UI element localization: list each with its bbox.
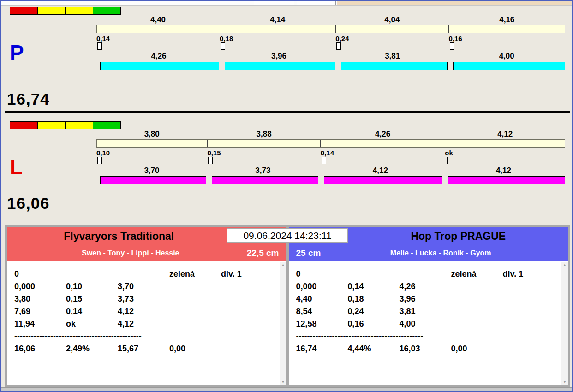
change-value: ok (445, 149, 565, 157)
team-panel-right: Hop Trop PRAGUE 25 cm Melie - Lucka - Ro… (289, 227, 568, 385)
change-marks-row (96, 157, 565, 166)
scroll-up-icon[interactable]: ▴ (564, 262, 566, 268)
split-bar (96, 139, 565, 148)
change-mark-cell (96, 42, 220, 52)
split-value: 4,12 (445, 130, 565, 139)
team-members: Melie - Lucka - Roník - Gyom (321, 249, 561, 257)
leg-value: 3,70 (96, 166, 207, 175)
split-value: 4,16 (449, 15, 565, 24)
change-value: 0,14 (96, 35, 220, 42)
scrollbar[interactable]: ▴ ▾ (280, 262, 286, 385)
leg-bar (341, 62, 448, 70)
change-mark-box-icon (97, 42, 102, 50)
leg-bar (100, 62, 219, 70)
leg-values-row: 4,26 3,96 3,81 4,00 (96, 52, 565, 61)
light-chip-yellow (37, 7, 66, 15)
table-row: 7,69 0,14 4,12 (14, 305, 286, 318)
change-values-row: 0,10 0,15 0,14 ok (96, 149, 565, 157)
split-bar-segment (220, 25, 336, 33)
team-panel-left: Flyvaryors Traditional Swen - Tony - Lip… (7, 227, 286, 385)
lane-letter: L (10, 156, 23, 178)
scroll-down-icon[interactable]: ▾ (282, 379, 284, 385)
table-row: 3,80 0,15 3,73 (14, 293, 286, 305)
light-chip-yellow (65, 121, 93, 129)
table-separator-row: ----------------------------------------… (296, 330, 568, 343)
start-value: 0 (14, 269, 66, 279)
table-row: 0,000 0,10 3,70 (14, 280, 286, 293)
change-value: 0,14 (321, 149, 445, 157)
light-chip-green (93, 7, 121, 15)
table-header-row: 0 zelená div. 1 (296, 268, 568, 280)
leg-value: 4,12 (319, 166, 442, 175)
change-values-row: 0,14 0,18 0,24 0,16 (96, 35, 565, 42)
start-value: 0 (296, 269, 348, 279)
leg-bar (100, 176, 206, 184)
leg-bar (448, 176, 565, 184)
lane-divider (5, 111, 570, 113)
jump-height-label: 25 cm (296, 248, 321, 258)
leg-value: 3,73 (207, 166, 319, 175)
title-strip-tan-area (337, 1, 572, 5)
leg-bar (212, 176, 318, 184)
window-tab[interactable] (297, 1, 336, 5)
change-mark-cell (445, 157, 565, 166)
team-subheader: Swen - Tony - Lippi - Hessie 22,5 cm (7, 245, 286, 261)
change-value: 0,18 (220, 35, 335, 42)
scroll-down-icon[interactable]: ▾ (564, 379, 566, 385)
change-mark-box-icon (97, 157, 102, 164)
split-bar-segment (321, 140, 445, 147)
table-totals-row: 16,74 4,44% 16,03 0,00 (296, 343, 568, 355)
split-values-row: 3,80 3,88 4,26 4,12 (96, 130, 565, 139)
change-value: 0,15 (207, 149, 320, 157)
jump-height-label: 22,5 cm (247, 248, 279, 258)
split-bar (96, 25, 565, 33)
lights-value: zelená (451, 269, 503, 279)
change-mark-cell (207, 157, 320, 166)
change-mark-box-icon (322, 157, 326, 164)
light-chip-red (10, 121, 38, 129)
scroll-up-icon[interactable]: ▴ (282, 262, 284, 268)
change-mark-cell (449, 42, 565, 52)
split-value: 3,88 (207, 130, 320, 139)
change-mark-box-icon (208, 157, 213, 164)
leg-value: 4,12 (442, 166, 565, 175)
window-tab[interactable] (254, 1, 294, 5)
status-strip-bottom (1, 387, 572, 391)
start-light-strip (10, 7, 120, 15)
results-section: 09.06.2024 14:23:11 Flyvaryors Tradition… (5, 225, 570, 387)
light-chip-red (10, 7, 38, 15)
lane-letter: P (10, 42, 24, 63)
split-bar-segment (97, 25, 220, 33)
table-separator-row: ----------------------------------------… (14, 330, 286, 343)
split-value: 4,40 (96, 15, 220, 24)
change-value: 0,24 (335, 35, 448, 42)
app-window: P 4,40 4,14 4,04 4,16 0,14 0,18 0, (0, 0, 573, 392)
light-chip-green (93, 121, 121, 129)
scrollbar[interactable]: ▴ ▾ (561, 262, 568, 385)
team-subheader: 25 cm Melie - Lucka - Roník - Gyom (289, 245, 568, 261)
team-members: Swen - Tony - Lippi - Hessie (14, 249, 247, 257)
change-value: 0,16 (449, 35, 565, 42)
split-value: 4,26 (321, 130, 445, 139)
lane-total: 16,06 (7, 194, 50, 213)
change-mark-cell (220, 42, 335, 52)
split-bar-segment (445, 140, 565, 147)
window-title-strip (1, 1, 572, 6)
light-chip-yellow (37, 121, 66, 129)
result-table: 0 zelená div. 1 0,000 0,14 4,26 4,40 (289, 261, 568, 385)
split-value: 3,80 (96, 130, 207, 139)
leg-bar (324, 176, 442, 184)
change-mark-box-icon (221, 42, 225, 50)
leg-bars-row (100, 62, 565, 70)
leg-value: 4,26 (96, 52, 221, 61)
table-row: 8,54 0,24 3,81 (296, 305, 568, 318)
table-totals-row: 16,06 2,49% 15,67 0,00 (14, 343, 286, 355)
table-header-row: 0 zelená div. 1 (14, 268, 286, 280)
split-bar-segment (449, 25, 565, 33)
split-bar-segment (336, 25, 449, 33)
change-mark-cell (335, 42, 448, 52)
table-row: 0,000 0,14 4,26 (296, 280, 568, 293)
lane-total: 16,74 (7, 90, 50, 108)
result-table: 0 zelená div. 1 0,000 0,10 3,70 3,80 (7, 261, 286, 385)
change-mark-tick-icon (447, 157, 448, 164)
